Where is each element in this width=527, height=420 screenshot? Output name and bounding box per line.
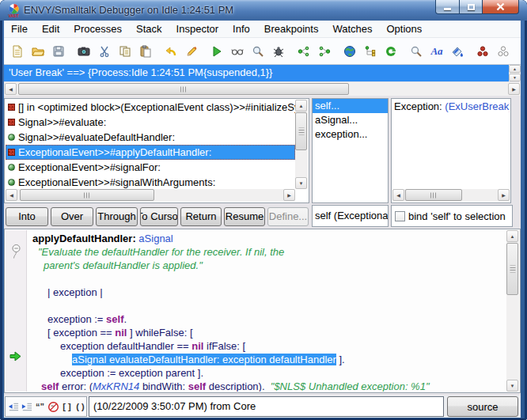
undo-icon[interactable] — [164, 44, 178, 59]
scroll-right-button[interactable]: ▶ — [283, 189, 295, 201]
parentheses-icon[interactable]: ( ) — [74, 400, 86, 413]
vscroll-thumb[interactable] — [506, 243, 518, 295]
hscroll-thumb[interactable] — [20, 189, 154, 201]
watches-outline-icon[interactable] — [496, 44, 510, 59]
save-icon[interactable] — [51, 44, 66, 59]
status-vscrollbar[interactable]: ▲ ▼ — [509, 65, 521, 81]
inspect-magnifier-icon[interactable] — [409, 44, 423, 59]
into-button[interactable]: Into — [6, 207, 48, 226]
close-button[interactable] — [483, 0, 519, 14]
menu-watches[interactable]: Watches — [325, 21, 379, 37]
indent-icon[interactable] — [21, 400, 32, 413]
to-cursor-button[interactable]: To Cursor — [140, 207, 178, 226]
stack-frame-row[interactable]: ExceptionalEvent>>#signalFor: — [6, 160, 295, 175]
text-style-icon[interactable]: Aa — [430, 44, 444, 59]
hscroll-thumb[interactable] — [18, 83, 349, 95]
stack-vscrollbar[interactable]: ▲ ▼ — [295, 100, 308, 189]
hierarchy-tree-icon[interactable] — [363, 44, 377, 59]
add-quotes-icon[interactable]: “” — [34, 400, 46, 413]
scroll-up-button[interactable]: ▲ — [295, 100, 307, 112]
refresh-icon[interactable] — [384, 44, 398, 59]
stack-frame-row-selected[interactable]: ExceptionalEvent>>#applyDefaultHandler: — [6, 145, 295, 160]
resume-button[interactable]: Resume — [224, 207, 265, 226]
source-code-pane[interactable]: applyDefaultHandler: aSignal "Evaluate t… — [4, 229, 521, 393]
scroll-right-button[interactable]: ▶ — [508, 83, 520, 95]
variable-row-asignal[interactable]: aSignal... — [313, 113, 388, 127]
scroll-left-button[interactable]: ◀ — [6, 189, 17, 201]
outdent-icon[interactable] — [7, 400, 19, 413]
new-document-icon[interactable] — [10, 44, 25, 59]
self-value-box[interactable]: self (Exceptionall — [312, 205, 389, 227]
menu-edit[interactable]: Edit — [35, 21, 66, 37]
menu-file[interactable]: File — [4, 21, 35, 37]
breakpoint-icon — [8, 119, 15, 126]
stack-hscrollbar[interactable]: ◀ ▶ — [6, 189, 295, 202]
bind-self-checkbox[interactable] — [395, 211, 405, 221]
over-button[interactable]: Over — [51, 207, 93, 226]
code-text[interactable]: applyDefaultHandler: aSignal "Evaluate t… — [31, 232, 506, 392]
browse-glasses-icon[interactable] — [230, 44, 245, 59]
breakpoints-red-icon[interactable] — [476, 44, 490, 59]
camera-snapshot-icon[interactable] — [77, 44, 91, 59]
value-hscrollbar[interactable]: ◀ ▶ — [392, 189, 510, 202]
code-token: description). — [206, 380, 271, 392]
variable-row-exception[interactable]: exception... — [313, 127, 388, 142]
scroll-left-button[interactable]: ◀ — [392, 189, 404, 201]
debug-bug-icon[interactable] — [271, 44, 286, 59]
edit-pen-icon[interactable] — [184, 44, 199, 59]
search-icon[interactable] — [251, 44, 265, 59]
fill-color-icon[interactable] — [450, 44, 464, 59]
scroll-up-button[interactable]: ▲ — [509, 65, 521, 73]
scroll-left-button[interactable]: ◀ — [5, 83, 17, 95]
run-icon[interactable] — [210, 44, 224, 59]
stack-frame-row[interactable]: Signal>>#evaluateDefaultHandler: — [6, 130, 295, 145]
minimize-button[interactable] — [435, 0, 460, 14]
return-button[interactable]: Return — [180, 207, 222, 226]
value-panel[interactable]: Exception: (ExUserBreak) A ◀ ▶ — [391, 98, 511, 203]
remove-quotes-icon[interactable]: “ — [47, 400, 59, 413]
copy-icon[interactable] — [118, 44, 132, 59]
maximize-button[interactable] — [460, 0, 483, 14]
define-button[interactable]: Define... — [267, 207, 309, 226]
open-folder-icon[interactable] — [31, 44, 45, 59]
variable-row-self[interactable]: self... — [313, 99, 388, 113]
vscroll-thumb[interactable] — [295, 112, 307, 150]
scroll-down-button[interactable]: ▼ — [295, 177, 307, 189]
menu-breakpoints[interactable]: Breakpoints — [257, 21, 326, 37]
stack-frame-row[interactable]: ExceptionalEvent>>#signalWithArguments: — [6, 175, 295, 189]
source-timestamp-field[interactable]: (10/22/2009 3:50:07 PM) from Core — [89, 396, 444, 417]
menu-options[interactable]: Options — [380, 21, 430, 37]
main-hscrollbar[interactable]: ◀ ▶ — [4, 82, 521, 96]
code-token: | exception | — [47, 286, 103, 298]
paste-icon[interactable] — [138, 44, 153, 59]
menu-info[interactable]: Info — [226, 21, 257, 37]
hscroll-thumb[interactable] — [405, 189, 462, 201]
senders-graph-icon[interactable] — [297, 44, 311, 59]
scroll-right-button[interactable]: ▶ — [498, 189, 510, 201]
square-brackets-icon[interactable]: [ ] — [61, 400, 73, 413]
code-vscrollbar[interactable]: ▲ ▼ — [506, 230, 519, 392]
through-button[interactable]: Through — [96, 207, 138, 226]
maximize-icon — [468, 4, 475, 10]
scroll-down-button[interactable]: ▼ — [509, 74, 521, 81]
code-line — [31, 299, 506, 312]
implementors-graph-icon[interactable] — [317, 44, 332, 59]
menu-processes[interactable]: Processes — [66, 21, 129, 37]
text-style-glyph: Aa — [430, 45, 442, 58]
stack-frame-row[interactable]: [] in <optimized block>(ExceptionalEvent… — [6, 100, 295, 115]
code-token: bindWith: — [139, 380, 188, 392]
code-token: nil — [191, 340, 203, 352]
code-token: self — [41, 380, 59, 392]
stack-frame-row[interactable]: Signal>>#evaluate: — [6, 115, 295, 130]
fold-marker-icon[interactable] — [11, 244, 21, 266]
title-bar[interactable]: VAST ENVY/Smalltalk Debugger on Idle 1:2… — [0, 0, 527, 21]
process-status-line[interactable]: 'User Break' ==> {Process:Idle 1:24:51 P… — [4, 65, 521, 81]
code-token: MxKRN14 — [93, 380, 139, 392]
scroll-down-button[interactable]: ▼ — [506, 380, 518, 392]
scroll-up-button[interactable]: ▲ — [506, 230, 518, 242]
cut-icon[interactable] — [97, 44, 112, 59]
source-button[interactable]: source — [447, 396, 518, 417]
menu-stack[interactable]: Stack — [129, 21, 169, 37]
menu-inspector[interactable]: Inspector — [169, 21, 226, 37]
globe-icon[interactable] — [343, 44, 357, 59]
